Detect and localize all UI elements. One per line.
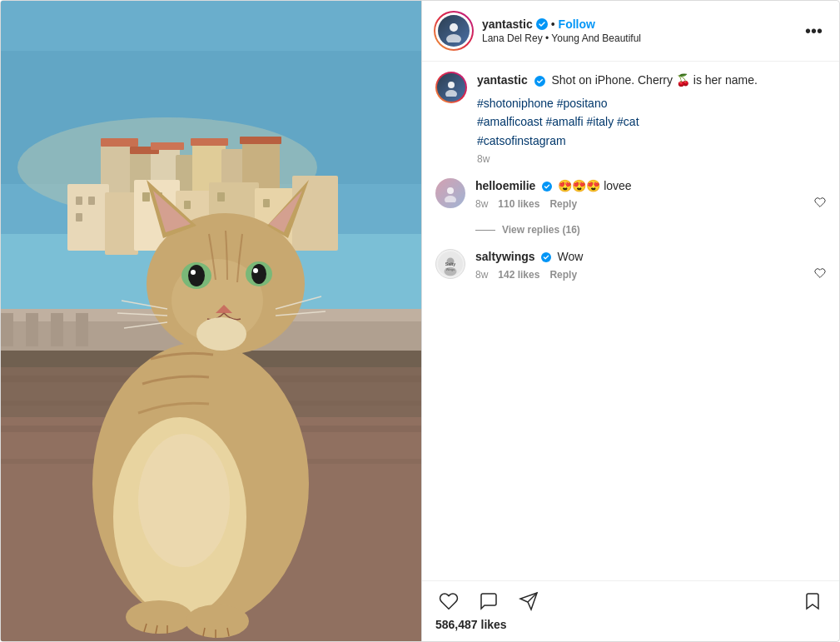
view-replies[interactable]: View replies (16) [475, 224, 826, 236]
comment-row-saltywings: Salty Wings saltywings Wow [435, 249, 826, 281]
post-header: yantastic • Follow Lana Del Rey • Young … [422, 1, 839, 62]
svg-rect-26 [142, 192, 150, 202]
comment-likes-helloemilie: 110 likes [498, 198, 539, 210]
svg-point-80 [447, 187, 454, 194]
svg-rect-11 [101, 138, 138, 147]
poster-avatar [438, 15, 470, 47]
svg-point-55 [251, 264, 266, 284]
svg-point-57 [253, 268, 258, 273]
view-replies-line [475, 230, 495, 231]
svg-rect-43 [76, 313, 88, 346]
comment-heart-saltywings[interactable] [814, 267, 826, 281]
comment-reply-helloemilie[interactable]: Reply [549, 198, 577, 210]
comment-text-line: helloemilie 😍😍😍 lovee [475, 178, 826, 193]
post-image [1, 1, 421, 642]
svg-point-81 [445, 196, 456, 202]
follow-button[interactable]: Follow [559, 17, 595, 31]
avatar-story-ring [434, 11, 474, 51]
svg-point-64 [126, 600, 192, 634]
comment-text-line-saltywings: saltywings Wow [475, 249, 826, 264]
svg-rect-25 [76, 213, 82, 221]
svg-rect-17 [105, 192, 138, 255]
svg-text:Wings: Wings [446, 268, 455, 271]
comment-button[interactable] [475, 588, 502, 615]
caption-block: yantastic Shot on iPhone. Cherry 🍒 is he… [435, 72, 826, 165]
svg-point-72 [138, 434, 230, 567]
header-username-row: yantastic • Follow [482, 17, 802, 31]
svg-point-74 [450, 23, 458, 32]
caption-main-text: Shot on iPhone. Cherry 🍒 is her name. [551, 73, 757, 87]
header-verified-badge [536, 18, 548, 30]
svg-point-54 [188, 265, 205, 286]
svg-rect-16 [67, 184, 109, 251]
svg-text:Salty: Salty [445, 261, 456, 266]
comment-username-saltywings[interactable]: saltywings [475, 250, 535, 263]
svg-rect-30 [263, 199, 270, 207]
header-subtitle: Lana Del Rey • Young And Beautiful [482, 32, 802, 44]
svg-point-77 [448, 82, 455, 88]
comment-content-saltywings: saltywings Wow 8w 142 likes Reply [475, 249, 826, 281]
comments-section[interactable]: yantastic Shot on iPhone. Cherry 🍒 is he… [422, 62, 839, 580]
svg-rect-13 [151, 142, 184, 150]
bookmark-icon [803, 591, 823, 611]
caption-avatar[interactable] [435, 72, 467, 103]
caption-text: yantastic Shot on iPhone. Cherry 🍒 is he… [477, 72, 826, 89]
commenter-avatar-saltywings[interactable]: Salty Wings [435, 249, 465, 279]
commenter-avatar-saltywings-icon: Salty Wings [438, 251, 463, 276]
comment-time-saltywings: 8w [475, 269, 488, 281]
svg-point-75 [446, 34, 461, 42]
comment-reply-saltywings[interactable]: Reply [549, 269, 577, 281]
commenter-avatar-helloemilie[interactable] [435, 178, 465, 208]
comment-icon [479, 591, 499, 611]
comment-text-helloemilie: 😍😍😍 lovee [558, 179, 631, 192]
caption-avatar-img [437, 73, 465, 102]
comment-likes-saltywings: 142 likes [498, 269, 539, 281]
svg-rect-40 [1, 313, 13, 346]
svg-rect-22 [292, 176, 338, 251]
svg-point-56 [191, 270, 196, 275]
like-button[interactable] [435, 588, 462, 615]
caption-hashtags: #shotoniphone #positano#amalficoast #ama… [477, 94, 826, 150]
svg-rect-14 [191, 138, 228, 146]
svg-rect-23 [76, 197, 82, 205]
svg-point-65 [186, 605, 249, 638]
action-buttons [435, 588, 826, 615]
view-replies-text[interactable]: View replies (16) [502, 224, 580, 236]
caption-avatar-person-icon [442, 78, 460, 97]
svg-rect-15 [240, 137, 281, 144]
header-info: yantastic • Follow Lana Del Rey • Young … [482, 17, 802, 44]
comment-time-helloemilie: 8w [475, 198, 488, 210]
svg-rect-29 [217, 192, 225, 202]
more-options-button[interactable]: ••• [802, 18, 826, 44]
heart-icon [439, 591, 459, 611]
caption-body: yantastic Shot on iPhone. Cherry 🍒 is he… [477, 72, 826, 165]
comment-text-saltywings: Wow [558, 250, 584, 263]
likes-count: 586,487 likes [422, 618, 839, 641]
save-button[interactable] [799, 588, 826, 615]
avatar-ring-inner [435, 12, 472, 49]
commenter-avatar-icon [441, 184, 460, 202]
comment-meta-helloemilie: 8w 110 likes Reply [475, 197, 826, 211]
svg-rect-42 [51, 313, 63, 346]
comment-verified-helloemilie [542, 182, 552, 192]
poster-avatar-wrapper[interactable] [435, 12, 472, 49]
svg-point-78 [445, 90, 457, 97]
svg-rect-41 [26, 313, 38, 346]
dot-separator: • [551, 17, 555, 31]
share-icon [519, 591, 539, 611]
caption-time: 8w [477, 153, 826, 165]
caption-username[interactable]: yantastic [477, 73, 528, 87]
post-actions [422, 580, 839, 618]
svg-point-73 [196, 317, 246, 351]
post-container: yantastic • Follow Lana Del Rey • Young … [0, 0, 840, 642]
comment-heart-helloemilie[interactable] [814, 197, 826, 211]
comment-username-helloemilie[interactable]: helloemilie [475, 179, 535, 192]
share-button[interactable] [515, 588, 542, 615]
svg-rect-28 [184, 201, 191, 209]
comment-row: helloemilie 😍😍😍 lovee 8w 110 likes Re [435, 178, 826, 211]
comment-meta-saltywings: 8w 142 likes Reply [475, 267, 826, 281]
caption-verified-badge [534, 76, 545, 87]
comment-content-helloemilie: helloemilie 😍😍😍 lovee 8w 110 likes Re [475, 178, 826, 211]
header-username[interactable]: yantastic [482, 17, 533, 31]
post-content: yantastic • Follow Lana Del Rey • Young … [421, 1, 839, 641]
